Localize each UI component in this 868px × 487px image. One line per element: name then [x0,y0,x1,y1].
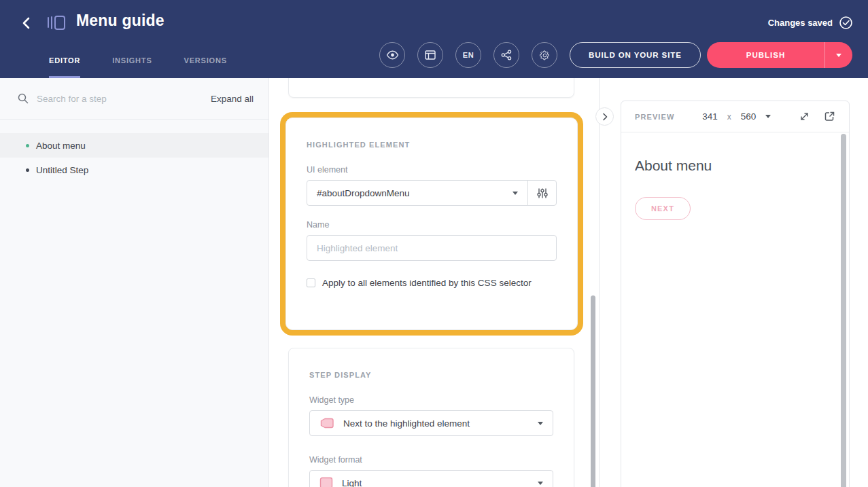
publish-button-group: PUBLISH [707,42,852,68]
tab-insights[interactable]: INSIGHTS [112,56,152,78]
widget-format-label: Widget format [309,455,553,465]
search-icon [18,93,29,104]
share-button[interactable] [493,42,519,68]
highlighted-section-ring: HIGHLIGHTED ELEMENT UI element #aboutDro… [280,112,583,336]
step-item-about-menu[interactable]: About menu [0,133,268,158]
build-on-your-site-button[interactable]: BUILD ON YOUR SITE [570,42,701,68]
preview-eye-button[interactable] [379,42,405,68]
logo-slides-icon [48,14,68,31]
expand-all-link[interactable]: Expand all [211,94,254,104]
ui-element-value: #aboutDropdownMenu [317,188,410,198]
preview-size-separator: x [727,112,731,122]
highlighted-element-card: HIGHLIGHTED ELEMENT UI element #aboutDro… [285,118,578,330]
preview-panel-title: PREVIEW [635,113,674,121]
language-button[interactable]: EN [455,42,481,68]
logo-bar [48,17,49,28]
step-dot [26,144,29,147]
check-circle-icon [839,16,853,30]
publish-button[interactable]: PUBLISH [707,42,824,68]
preview-body: About menu NEXT [621,132,849,487]
back-button[interactable] [18,15,34,31]
preview-header-icons [799,111,835,122]
chevron-right-icon [602,113,608,121]
preview-scrollbar-thumb[interactable] [841,134,846,487]
editor-scrollbar-thumb[interactable] [591,295,595,487]
step-label: About menu [36,141,86,151]
step-editor-panel: HIGHLIGHTED ELEMENT UI element #aboutDro… [269,78,599,487]
highlighted-element-name-input[interactable] [307,235,557,261]
layout-panel-icon [425,50,436,60]
ui-element-label: UI element [307,165,557,175]
save-status-text: Changes saved [768,18,833,28]
dropdown-caret-icon [538,482,543,485]
checkbox-label: Apply to all elements identified by this… [322,278,532,288]
ui-element-combo: #aboutDropdownMenu [307,180,557,206]
widget-type-value: Next to the highlighted element [343,418,529,429]
ui-element-select[interactable]: #aboutDropdownMenu [307,181,527,205]
header-tabs: EDITOR INSIGHTS VERSIONS [49,56,227,78]
widget-type-label: Widget type [309,395,553,405]
logo-rect [54,16,65,30]
resize-caret-icon [765,115,771,118]
step-list: About menu Untitled Step [0,120,268,182]
format-swatch-icon [319,477,333,487]
search-input[interactable] [37,94,211,104]
open-in-new-tab-button[interactable] [824,111,835,122]
widget-type-select[interactable]: Next to the highlighted element [309,410,553,436]
back-chevron-icon [22,17,30,29]
apply-all-checkbox-row[interactable]: Apply to all elements identified by this… [307,278,557,288]
preview-card: PREVIEW 341 x 560 [621,101,850,487]
preview-header: PREVIEW 341 x 560 [621,101,849,132]
tab-editor[interactable]: EDITOR [49,56,80,78]
step-search-row: Expand all [0,78,268,120]
gear-icon [539,50,551,61]
expand-preview-button[interactable] [799,111,810,122]
expand-diagonal-icon [799,111,810,122]
chevron-down-icon [836,54,841,57]
preview-width-value: 341 [702,111,718,122]
logo-bar [51,16,52,29]
open-external-icon [824,111,835,122]
tab-versions[interactable]: VERSIONS [184,56,227,78]
sliders-icon [537,187,548,199]
preview-next-button[interactable]: NEXT [635,197,691,220]
page-title: Menu guide [76,12,164,30]
previous-settings-card [288,78,574,98]
preview-step-title: About menu [635,158,835,174]
step-item-untitled-step[interactable]: Untitled Step [0,158,268,182]
share-icon [501,50,512,60]
layout-button[interactable] [417,42,443,68]
preview-size-select[interactable]: 341 x 560 [702,111,771,122]
step-dot [26,168,29,172]
steps-sidebar: Expand all About menu Untitled Step [0,78,269,487]
section-title: STEP DISPLAY [309,371,553,379]
save-status: Changes saved [768,16,853,30]
dropdown-caret-icon [513,192,518,195]
selector-settings-button[interactable] [528,181,556,205]
settings-button[interactable] [532,42,557,68]
tooltip-widget-icon [319,416,334,430]
step-display-card: STEP DISPLAY Widget type Next to the hig… [288,348,574,487]
widget-format-value: Light [342,478,529,487]
checkbox[interactable] [307,278,315,287]
preview-height-value: 560 [741,111,757,122]
eye-icon [386,50,399,60]
header-icon-toolbar: EN [379,42,557,68]
app-header: Menu guide Changes saved EDITOR INSIGHTS… [0,0,868,78]
dropdown-caret-icon [538,422,543,425]
language-badge: EN [463,51,474,59]
publish-dropdown-button[interactable] [825,42,852,68]
collapse-panel-button[interactable] [595,107,614,126]
step-label: Untitled Step [36,165,88,175]
section-title: HIGHLIGHTED ELEMENT [307,141,557,149]
name-label: Name [307,220,557,230]
widget-format-select[interactable]: Light [309,470,553,487]
